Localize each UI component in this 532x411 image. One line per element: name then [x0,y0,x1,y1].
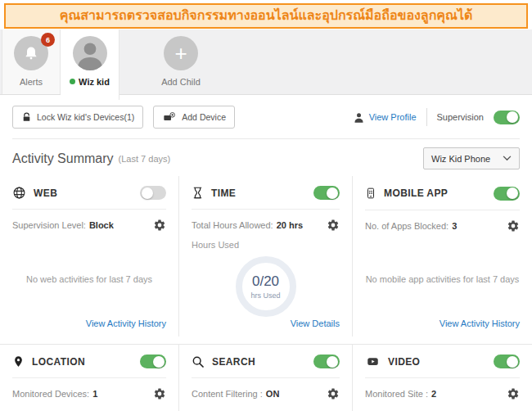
hours-used-value: 0/20 [252,273,279,290]
add-device-icon [162,111,177,124]
mobile-app-view-activity-link[interactable]: View Activity History [440,318,520,328]
online-status-icon [70,79,75,84]
person-icon [353,111,365,124]
gear-icon[interactable] [507,219,520,233]
tab-alerts[interactable]: 6 Alerts [2,29,61,94]
video-info-label: Monitored Site : [365,389,428,399]
globe-icon [12,186,26,200]
location-info-label: Monitored Devices: [12,389,89,399]
tab-add-child[interactable]: + Add Child [149,29,213,94]
notification-banner: คุณสามารถตรวจสอบกิจกรรมทางออนไลน์และอุปก… [4,3,528,29]
search-card: SEARCH Content Filtering : ON [178,345,352,411]
gear-icon[interactable] [153,387,166,400]
time-info-value: 20 hrs [277,220,303,230]
gear-icon[interactable] [327,387,340,400]
mobile-app-info-value: 3 [452,221,457,231]
toolbar: Lock Wiz kid's Devices(1) Add Device Vie… [0,95,532,129]
video-info-value: 2 [431,389,436,399]
supervision-toggle[interactable] [494,111,520,124]
pin-icon [12,355,25,368]
time-toggle[interactable] [313,186,340,200]
cards-row-2: LOCATION Monitored Devices: 1 SEARCH Con… [0,344,532,411]
lock-icon [21,112,32,123]
location-card: LOCATION Monitored Devices: 1 [0,345,178,411]
gear-icon[interactable] [507,387,520,400]
web-info-label: Supervision Level: [12,220,86,230]
device-selector[interactable]: Wiz Kid Phone [423,147,520,169]
web-card-title: WEB [34,187,57,199]
location-toggle[interactable] [140,355,166,368]
device-selector-value: Wiz Kid Phone [431,154,490,164]
mobile-app-toggle[interactable] [494,187,520,201]
gear-icon[interactable] [153,219,166,232]
tab-add-child-label: Add Child [149,77,213,87]
hours-used-donut: 0/20 hrs Used [236,256,296,317]
web-info-value: Block [89,220,114,230]
tab-child-label: Wiz kid [61,77,119,87]
avatar-icon [73,36,107,70]
add-device-label: Add Device [182,112,226,122]
supervision-label: Supervision [437,112,484,122]
lock-devices-button[interactable]: Lock Wiz kid's Devices(1) [12,106,143,129]
tab-child-wiz-kid[interactable]: Wiz kid [61,29,119,100]
time-card-title: TIME [211,187,236,199]
child-tab-strip: 6 Alerts Wiz kid + Add Child [0,29,532,95]
hours-used-caption: hrs Used [250,291,280,300]
plus-icon: + [164,36,198,70]
search-info-value: ON [266,389,280,399]
web-empty-text: No web activities for last 7 days [8,274,170,284]
gear-icon[interactable] [327,219,340,232]
web-toggle[interactable] [140,186,166,200]
summary-period: (Last 7 days) [119,154,171,164]
time-card: TIME Total Hours Allowed: 20 hrs Hours U… [178,176,352,336]
hours-used-label: Hours Used [192,240,340,250]
search-toggle[interactable] [313,355,340,368]
toolbar-right: View Profile Supervision [353,108,520,126]
tab-alerts-label: Alerts [2,77,60,87]
search-info-label: Content Filtering : [192,389,263,399]
page-title: Activity Summary [12,151,114,166]
video-icon [365,355,381,368]
view-profile-label: View Profile [369,112,417,122]
location-card-title: LOCATION [32,356,85,368]
chevron-down-icon [503,156,512,161]
web-card: WEB Supervision Level: Block No web acti… [0,176,178,336]
video-card: VIDEO Monitored Site : 2 [352,345,532,411]
search-card-title: SEARCH [212,356,255,368]
video-card-title: VIDEO [388,356,420,368]
cards-row-1: WEB Supervision Level: Block No web acti… [0,176,532,336]
add-device-button[interactable]: Add Device [153,106,235,129]
view-profile-link[interactable]: View Profile [353,111,417,124]
time-info-label: Total Hours Allowed: [192,220,273,230]
hourglass-icon [192,186,204,200]
row-gap [0,336,532,344]
lock-devices-label: Lock Wiz kid's Devices(1) [37,112,134,122]
video-toggle[interactable] [494,355,520,368]
mobile-app-empty-text: No mobile app activities for last 7 days [361,274,524,284]
divider [426,108,427,126]
web-view-activity-link[interactable]: View Activity History [86,318,166,328]
search-icon [192,355,205,368]
time-view-details-link[interactable]: View Details [291,318,340,328]
alerts-count-badge: 6 [41,33,55,47]
mobile-app-info-label: No. of Apps Blocked: [365,221,449,231]
mobile-icon [365,186,376,201]
mobile-app-card-title: MOBILE APP [384,187,448,199]
mobile-app-card: MOBILE APP No. of Apps Blocked: 3 No mob… [352,176,532,336]
activity-summary-header: Activity Summary (Last 7 days) Wiz Kid P… [0,139,532,176]
location-info-value: 1 [92,389,97,399]
